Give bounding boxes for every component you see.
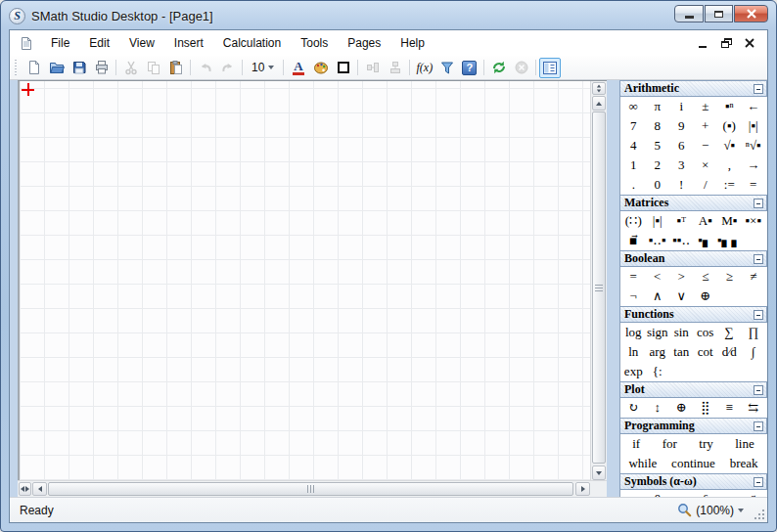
open-button[interactable] — [45, 57, 68, 78]
toolbar-drag-handle[interactable] — [15, 60, 19, 75]
palette-button[interactable]: ∑ — [717, 324, 742, 341]
palette-button[interactable]: arg — [646, 343, 670, 361]
vertical-splitter-button[interactable] — [592, 82, 606, 95]
palette-button[interactable]: while — [628, 455, 657, 472]
palette-button[interactable]: 2 — [646, 156, 670, 174]
mdi-restore-button[interactable] — [720, 37, 732, 49]
palette-button[interactable]: M▪ — [717, 212, 742, 230]
mdi-close-button[interactable] — [744, 37, 755, 49]
filter-button[interactable] — [435, 57, 458, 78]
close-button[interactable] — [734, 5, 768, 22]
palette-button[interactable]: 8 — [646, 117, 670, 135]
palette-button[interactable]: 1 — [621, 156, 646, 174]
palette-button[interactable]: |▪| — [646, 212, 670, 230]
palette-button[interactable]: sin — [669, 324, 694, 341]
palette-button[interactable]: sign — [646, 324, 670, 341]
palette-button[interactable]: ▪⃗ — [621, 232, 645, 249]
palette-button[interactable]: try — [699, 435, 712, 453]
palette-button[interactable]: if — [632, 435, 640, 453]
palette-button[interactable]: ↻ — [621, 399, 646, 417]
palette-button[interactable]: ▪×▪ — [742, 212, 766, 230]
horizontal-splitter-button[interactable] — [19, 482, 31, 496]
palette-button[interactable]: exp — [621, 363, 646, 380]
scroll-up-button[interactable] — [592, 96, 606, 111]
align-horizontal-button[interactable] — [361, 57, 384, 78]
redo-button[interactable] — [216, 57, 239, 78]
palette-button[interactable]: × — [694, 156, 718, 174]
palette-button[interactable]: ▪▖▖ — [717, 232, 742, 249]
palette-button[interactable]: := — [717, 176, 742, 194]
palette-button[interactable]: ▪ᵀ — [669, 212, 694, 230]
palette-button[interactable]: ± — [694, 98, 718, 115]
palette-button[interactable]: for — [663, 435, 677, 453]
palette-button[interactable]: cot — [694, 343, 718, 361]
function-button[interactable]: f(x) — [413, 57, 435, 78]
palette-button[interactable]: ▪▪‥ — [669, 232, 693, 249]
palette-button[interactable]: = — [621, 268, 646, 286]
menu-item-view[interactable]: View — [119, 33, 164, 53]
interrupt-button[interactable] — [510, 57, 532, 78]
palette-button[interactable]: ⊕ — [669, 399, 694, 417]
recalculate-button[interactable] — [487, 57, 510, 78]
palette-button[interactable]: / — [694, 176, 718, 194]
collapse-button[interactable] — [754, 385, 763, 395]
palette-button[interactable]: cos — [694, 324, 718, 341]
resize-grip[interactable] — [754, 510, 764, 519]
palette-button[interactable]: break — [730, 455, 758, 472]
palette-button[interactable]: + — [694, 117, 718, 135]
palette-button[interactable]: 7 — [621, 117, 646, 135]
menu-item-pages[interactable]: Pages — [338, 33, 390, 53]
palette-button[interactable]: d∕d — [717, 343, 742, 361]
palette-button[interactable]: ∨ — [669, 288, 694, 305]
palette-button[interactable]: ↕ — [646, 399, 670, 417]
print-button[interactable] — [90, 57, 113, 78]
copy-button[interactable] — [142, 57, 164, 78]
palette-button[interactable]: . — [621, 176, 646, 194]
palette-button[interactable]: ⇆ — [742, 399, 766, 417]
palette-button[interactable]: tan — [669, 343, 694, 361]
palette-button[interactable]: i — [669, 98, 694, 115]
palette-button[interactable]: ! — [669, 176, 694, 194]
menu-item-insert[interactable]: Insert — [164, 33, 213, 53]
palette-button[interactable]: (∷) — [621, 212, 646, 230]
palette-button[interactable]: ⊕ — [694, 288, 718, 305]
menu-item-file[interactable]: File — [41, 33, 79, 53]
palette-button[interactable]: ≡ — [717, 399, 742, 417]
palette-button[interactable]: |▪| — [742, 117, 766, 135]
horizontal-scroll-thumb[interactable] — [48, 482, 573, 496]
save-button[interactable] — [68, 57, 90, 78]
worksheet-canvas[interactable] — [18, 81, 590, 480]
font-size-value[interactable]: 10 — [246, 61, 268, 74]
vertical-scroll-thumb[interactable] — [592, 111, 606, 464]
scroll-down-button[interactable] — [592, 466, 606, 480]
menu-item-tools[interactable]: Tools — [291, 33, 338, 53]
collapse-button[interactable] — [754, 254, 763, 264]
scroll-left-button[interactable] — [32, 482, 47, 496]
palette-button[interactable]: {: — [646, 363, 670, 380]
palette-button[interactable]: ≤ — [694, 268, 718, 286]
palette-button[interactable]: > — [669, 268, 694, 286]
palette-button[interactable]: continue — [671, 455, 715, 472]
palette-button[interactable]: ▪ⁿ — [717, 98, 742, 115]
palette-button[interactable]: ← — [742, 98, 766, 115]
palette-button[interactable]: 9 — [669, 117, 694, 135]
font-button[interactable]: A — [287, 57, 309, 78]
collapse-button[interactable] — [754, 310, 763, 320]
undo-button[interactable] — [194, 57, 216, 78]
border-button[interactable] — [332, 57, 354, 78]
palette-button[interactable]: π — [646, 98, 670, 115]
palette-button[interactable]: − — [694, 137, 718, 155]
palette-button[interactable]: ln — [621, 343, 646, 361]
collapse-button[interactable] — [754, 199, 763, 208]
palette-button[interactable]: line — [735, 435, 754, 453]
font-size-dropdown-arrow[interactable] — [268, 66, 274, 69]
palette-button[interactable]: → — [742, 156, 766, 174]
palette-button[interactable]: ≥ — [717, 268, 742, 286]
scroll-right-button[interactable] — [575, 482, 590, 496]
menu-item-help[interactable]: Help — [390, 33, 434, 53]
palette-button[interactable]: ▪‥▪ — [645, 232, 668, 249]
palette-button[interactable]: ∞ — [621, 98, 646, 115]
palette-button[interactable]: 6 — [669, 137, 694, 155]
collapse-button[interactable] — [754, 84, 763, 94]
horizontal-scrollbar[interactable] — [18, 481, 590, 497]
